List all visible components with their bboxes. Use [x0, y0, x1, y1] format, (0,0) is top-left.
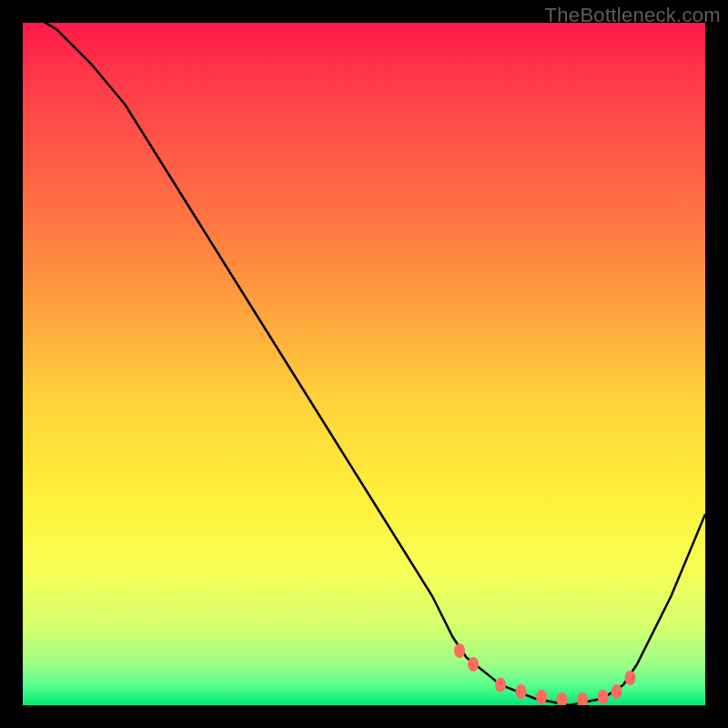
gradient-background	[23, 23, 705, 705]
chart-frame: TheBottleneck.com	[0, 0, 728, 728]
plot-area	[23, 23, 705, 705]
